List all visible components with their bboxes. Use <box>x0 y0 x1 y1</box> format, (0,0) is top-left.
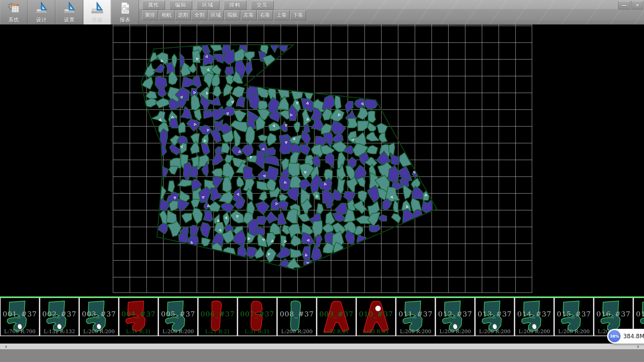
part-thumbnail-8[interactable]: 008_#37 L:200 R:200 <box>277 297 317 336</box>
part-thumbnail-9[interactable]: 009_#37 L:32 R:31 <box>317 297 356 336</box>
toolbar-button-5[interactable]: 报表 <box>111 0 139 24</box>
tool-button-4[interactable]: 全割 <box>192 10 207 20</box>
part-thumbnail-7[interactable]: 007_#37 L:31 R:31 <box>237 297 277 336</box>
tool-button-bar: 聚排相机选割全割区域瑕疵左靠右靠上靠下靠 <box>142 10 307 20</box>
part-name: 017_#37 <box>634 310 644 318</box>
settings-icon <box>63 1 76 16</box>
close-button[interactable]: ✕ <box>631 1 643 9</box>
system-icon <box>7 1 20 16</box>
design-icon <box>35 1 48 16</box>
menu-tab-2[interactable]: 编辑 <box>169 1 192 10</box>
tool-button-3[interactable]: 选割 <box>175 10 191 20</box>
part-name: 005_#37 <box>159 310 197 318</box>
part-name: 009_#37 <box>317 310 356 318</box>
minimize-button[interactable]: — <box>618 1 630 9</box>
memory-value: 384.8M <box>623 329 644 344</box>
part-name: 014_#37 <box>515 310 553 318</box>
memory-usage-pill[interactable]: 38% 384.8M <box>607 329 644 344</box>
part-size: L:132 R:132 <box>40 328 78 335</box>
menu-tab-5[interactable]: 交互 <box>251 1 274 10</box>
part-thumbnail-15[interactable]: 015_#37 L:200 R:200 <box>554 297 594 336</box>
part-size: L:200 R:200 <box>278 328 316 335</box>
tool-button-8[interactable]: 右靠 <box>257 10 273 20</box>
tool-button-6[interactable]: 瑕疵 <box>224 10 240 20</box>
scroll-left-button[interactable]: ‹ <box>0 344 12 349</box>
menu-tab-3[interactable]: 区域 <box>197 1 219 10</box>
horizontal-scrollbar[interactable]: ‹ › <box>0 344 644 349</box>
part-size: L:200 R:200 <box>515 328 553 335</box>
part-thumbnail-4[interactable]: 004_#37 L:31 R:31 <box>119 297 158 336</box>
toolbar-button-1[interactable]: 系统 <box>0 0 28 24</box>
part-thumbnail-2[interactable]: 002_#37 L:132 R:132 <box>40 297 79 336</box>
part-thumbnail-12[interactable]: 012_#37 L:200 R:200 <box>435 297 475 336</box>
part-name: 011_#37 <box>396 310 435 318</box>
report-icon <box>118 1 132 16</box>
part-thumbnail-11[interactable]: 011_#37 L:200 R:200 <box>396 297 435 336</box>
canvas-area[interactable] <box>0 24 644 296</box>
app-window: 系统 设计 设置 排版 报表 属性编辑区域排料交互 聚排相机选割全割区域瑕 <box>0 0 644 362</box>
part-thumbnail-13[interactable]: 013_#37 L:200 R:200 <box>475 297 515 336</box>
toolbar-button-label: 报表 <box>120 17 130 23</box>
part-thumbnail-5[interactable]: 005_#37 L:200 R:200 <box>158 297 198 336</box>
tool-button-1[interactable]: 聚排 <box>142 10 158 20</box>
part-size: L:200 R:200 <box>159 328 197 335</box>
part-size: L:200 R:200 <box>396 328 435 335</box>
minimize-icon: — <box>622 3 627 8</box>
toolbar-button-label: 系统 <box>8 17 19 23</box>
part-name: 004_#37 <box>119 310 158 318</box>
window-controls: — ✕ <box>618 1 643 9</box>
nesting-canvas[interactable] <box>0 24 644 296</box>
progress-value: 38% <box>610 334 619 339</box>
part-name: 015_#37 <box>555 310 593 318</box>
nested-pieces <box>142 38 432 270</box>
progress-circle: 38% <box>608 330 621 342</box>
part-size: L:200 R:200 <box>476 328 514 335</box>
scroll-right-button[interactable]: › <box>632 344 644 349</box>
part-size: L:200 R:200 <box>555 328 593 335</box>
part-size: L:31 R:31 <box>238 328 276 335</box>
toolbar-button-label: 设计 <box>36 17 47 23</box>
status-bar <box>0 349 644 362</box>
part-name: 002_#37 <box>40 310 78 318</box>
close-icon: ✕ <box>635 3 639 8</box>
toolbar-button-label: 排版 <box>92 17 103 23</box>
part-name: 003_#37 <box>80 310 118 318</box>
top-toolbar: 系统 设计 设置 排版 报表 属性编辑区域排料交互 聚排相机选割全割区域瑕 <box>0 0 644 24</box>
main-toolbar: 系统 设计 设置 排版 报表 <box>0 0 139 24</box>
toolbar-button-2[interactable]: 设计 <box>28 0 55 24</box>
parts-panel: 001_#37 L:700 R:700 002_#37 L:132 R:132 … <box>0 296 644 344</box>
part-thumbnail-10[interactable]: 010_#37 L:33 R:33 <box>356 297 396 336</box>
tool-button-9[interactable]: 上靠 <box>274 10 289 20</box>
part-name: 006_#37 <box>199 310 237 318</box>
tool-button-5[interactable]: 区域 <box>208 10 224 20</box>
part-name: 016_#37 <box>594 310 633 318</box>
part-name: 001_#37 <box>1 310 39 318</box>
part-size: L:200 R:200 <box>436 328 474 335</box>
menu-tab-1[interactable]: 属性 <box>142 1 165 10</box>
part-name: 012_#37 <box>436 310 474 318</box>
part-size: L:200 R:200 <box>80 328 118 335</box>
tool-button-7[interactable]: 左靠 <box>241 10 257 20</box>
toolbar-button-label: 设置 <box>64 17 75 23</box>
menu-tab-bar: 属性编辑区域排料交互 <box>142 1 278 10</box>
part-name: 010_#37 <box>357 310 395 318</box>
toolbar-button-4[interactable]: 排版 <box>84 0 111 24</box>
part-thumbnail-14[interactable]: 014_#37 L:200 R:200 <box>515 297 554 336</box>
toolbar-button-3[interactable]: 设置 <box>56 0 83 24</box>
menu-tab-4[interactable]: 排料 <box>224 1 247 10</box>
part-thumbnail-3[interactable]: 003_#37 L:200 R:200 <box>79 297 119 336</box>
parts-list: 001_#37 L:700 R:700 002_#37 L:132 R:132 … <box>0 297 644 336</box>
part-name: 008_#37 <box>278 310 316 318</box>
part-size: L:33 R:33 <box>357 328 395 335</box>
part-thumbnail-1[interactable]: 001_#37 L:700 R:700 <box>0 297 40 336</box>
tool-button-2[interactable]: 相机 <box>159 10 174 20</box>
part-name: 007_#37 <box>238 310 276 318</box>
part-size: L:700 R:700 <box>1 328 39 335</box>
part-size: L:21 R:21 <box>199 328 237 335</box>
part-size: L:31 R:31 <box>119 328 158 335</box>
tool-button-10[interactable]: 下靠 <box>290 10 306 20</box>
part-size: L:32 R:31 <box>317 328 356 335</box>
layout-icon <box>91 1 104 16</box>
part-name: 013_#37 <box>476 310 514 318</box>
part-thumbnail-6[interactable]: 006_#37 L:21 R:21 <box>198 297 237 336</box>
